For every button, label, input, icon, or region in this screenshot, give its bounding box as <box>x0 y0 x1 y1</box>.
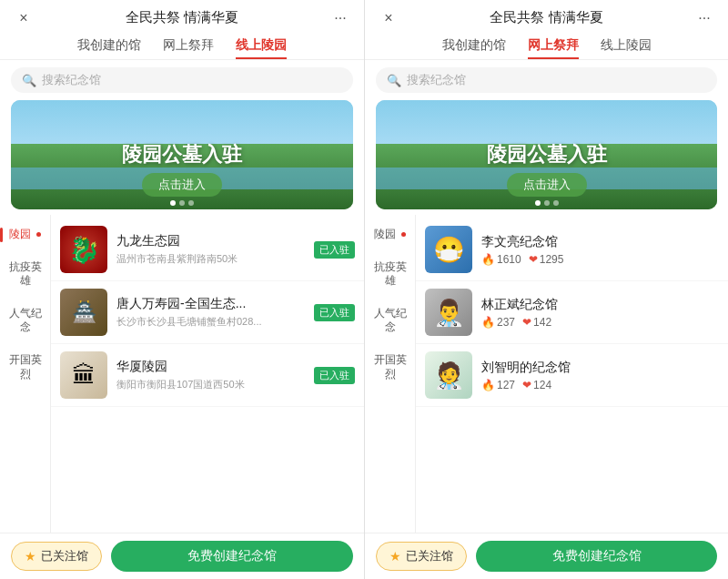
item-desc-2-left: 长沙市长沙县毛塘铺蟹鱼村028... <box>116 315 305 329</box>
panel-left: × 全民共祭 情满华夏 ··· 我创建的馆 网上祭拜 线上陵园 🔍 搜索纪念馆 … <box>0 0 364 579</box>
star-icon-left: ★ <box>25 549 36 564</box>
search-placeholder-right: 搜索纪念馆 <box>407 72 466 88</box>
more-icon-left[interactable]: ··· <box>329 10 351 26</box>
sidebar-item-hero-left[interactable]: 抗疫英雄 <box>0 251 50 298</box>
banner-right[interactable]: 陵园公墓入驻 点击进入 <box>376 100 717 209</box>
item-stats-2-right: 🔥 237 ❤ 142 <box>481 316 719 329</box>
title-right: 全民共祭 情满华夏 <box>399 9 693 26</box>
dot-1-left <box>170 200 176 206</box>
heart-icon-2: ❤ <box>522 316 531 329</box>
item-stats-3-right: 🔥 127 ❤ 124 <box>481 379 719 391</box>
list-item-2-left[interactable]: 🏯 唐人万寿园-全国生态... 长沙市长沙县毛塘铺蟹鱼村028... 已入驻 <box>51 281 364 344</box>
search-bar-right[interactable]: 🔍 搜索纪念馆 <box>376 67 717 93</box>
sidebar-item-cemetery-left[interactable]: 陵园 <box>0 218 50 251</box>
close-icon-left[interactable]: × <box>13 10 35 26</box>
bottom-bar-left: ★ 已关注馆 免费创建纪念馆 <box>0 533 364 579</box>
sidebar-right: 陵园 抗疫英雄 人气纪念 开国英烈 <box>365 215 416 533</box>
content-left: 陵园 抗疫英雄 人气纪念 开国英烈 🐉 九龙生态园 温州市苍南县紫荆路南50米 … <box>0 215 364 533</box>
sidebar-item-popular-left[interactable]: 人气纪念 <box>0 298 50 344</box>
search-bar-left[interactable]: 🔍 搜索纪念馆 <box>11 67 353 93</box>
dot-1-right <box>535 200 541 206</box>
sidebar-item-popular-right[interactable]: 人气纪念 <box>365 298 415 344</box>
tab-my-hall-left[interactable]: 我创建的馆 <box>77 37 141 59</box>
banner-dots-right <box>535 200 559 206</box>
item-name-3-left: 华厦陵园 <box>116 359 305 375</box>
item-info-3-left: 华厦陵园 衡阳市衡阳县107国道西50米 <box>116 359 305 391</box>
follow-label-right: 已关注馆 <box>406 548 453 564</box>
header-right: × 全民共祭 情满华夏 ··· <box>365 0 728 32</box>
item-name-1-right: 李文亮纪念馆 <box>481 234 719 250</box>
sidebar-left: 陵园 抗疫英雄 人气纪念 开国英烈 <box>0 215 51 533</box>
sidebar-item-martyr-right[interactable]: 开国英烈 <box>365 344 415 391</box>
list-item-2-right[interactable]: 👨‍⚕️ 林正斌纪念馆 🔥 237 ❤ 142 <box>416 281 728 344</box>
fire-count-1: 1610 <box>497 253 521 266</box>
heart-count-3: 124 <box>533 379 551 391</box>
close-icon-right[interactable]: × <box>378 10 399 26</box>
follow-button-right[interactable]: ★ 已关注馆 <box>376 542 467 571</box>
content-right: 陵园 抗疫英雄 人气纪念 开国英烈 😷 李文亮纪念馆 🔥 1610 <box>365 215 728 533</box>
banner-title-right: 陵园公墓入驻 <box>487 142 607 168</box>
banner-title-left: 陵园公墓入驻 <box>122 142 242 168</box>
item-stats-1-right: 🔥 1610 ❤ 1295 <box>481 253 719 266</box>
item-img-temple: 🏯 <box>60 289 107 336</box>
search-icon-left: 🔍 <box>22 74 36 87</box>
item-img-person2: 👨‍⚕️ <box>425 289 472 336</box>
dot-3-right <box>553 200 559 206</box>
list-item-1-right[interactable]: 😷 李文亮纪念馆 🔥 1610 ❤ 1295 <box>416 218 728 281</box>
title-left: 全民共祭 情满华夏 <box>35 9 329 26</box>
heart-stat-2: ❤ 142 <box>522 316 551 329</box>
create-button-left[interactable]: 免费创建纪念馆 <box>111 541 353 572</box>
fire-icon-2: 🔥 <box>481 316 495 329</box>
fire-count-2: 237 <box>497 316 515 329</box>
bottom-bar-right: ★ 已关注馆 免费创建纪念馆 <box>365 533 728 579</box>
item-name-3-right: 刘智明的纪念馆 <box>481 360 719 376</box>
heart-stat-3: ❤ 124 <box>522 379 551 391</box>
banner-button-right[interactable]: 点击进入 <box>507 173 587 197</box>
fire-icon-3: 🔥 <box>481 379 495 391</box>
item-desc-1-left: 温州市苍南县紫荆路南50米 <box>116 252 305 266</box>
item-info-3-right: 刘智明的纪念馆 🔥 127 ❤ 124 <box>481 360 719 391</box>
dot-2-right <box>544 200 550 206</box>
sidebar-dot-right <box>401 232 406 237</box>
panel-right: × 全民共祭 情满华夏 ··· 我创建的馆 网上祭拜 线上陵园 🔍 搜索纪念馆 … <box>364 0 728 579</box>
heart-stat-1: ❤ 1295 <box>529 253 564 266</box>
header-left: × 全民共祭 情满华夏 ··· <box>0 0 364 32</box>
list-item-3-left[interactable]: 🏛 华厦陵园 衡阳市衡阳县107国道西50米 已入驻 <box>51 344 364 407</box>
fire-count-3: 127 <box>497 379 515 391</box>
follow-label-left: 已关注馆 <box>41 548 88 564</box>
star-icon-right: ★ <box>389 549 401 564</box>
tab-worship-right[interactable]: 网上祭拜 <box>528 37 579 59</box>
item-img-person3: 🧑‍⚕️ <box>425 351 472 399</box>
item-name-1-left: 九龙生态园 <box>116 233 305 249</box>
badge-joined-1-left: 已入驻 <box>314 241 355 259</box>
badge-joined-3-left: 已入驻 <box>314 367 355 384</box>
tab-my-hall-right[interactable]: 我创建的馆 <box>442 37 506 59</box>
item-desc-3-left: 衡阳市衡阳县107国道西50米 <box>116 378 305 391</box>
more-icon-right[interactable]: ··· <box>693 10 715 26</box>
item-name-2-right: 林正斌纪念馆 <box>481 297 719 313</box>
fire-icon-1: 🔥 <box>481 253 495 266</box>
tab-worship-left[interactable]: 网上祭拜 <box>163 37 214 59</box>
item-name-2-left: 唐人万寿园-全国生态... <box>116 296 305 312</box>
sidebar-item-cemetery-right[interactable]: 陵园 <box>365 218 415 251</box>
create-button-right[interactable]: 免费创建纪念馆 <box>476 541 717 572</box>
fire-stat-1: 🔥 1610 <box>481 253 521 266</box>
banner-left[interactable]: 陵园公墓入驻 点击进入 <box>11 100 353 209</box>
sidebar-dot-left <box>36 232 41 237</box>
follow-button-left[interactable]: ★ 已关注馆 <box>11 542 102 571</box>
item-info-2-right: 林正斌纪念馆 🔥 237 ❤ 142 <box>481 297 719 329</box>
tab-cemetery-right[interactable]: 线上陵园 <box>601 37 652 59</box>
item-img-person1: 😷 <box>425 226 472 273</box>
dot-2-left <box>179 200 185 206</box>
fire-stat-3: 🔥 127 <box>481 379 515 391</box>
sidebar-item-hero-right[interactable]: 抗疫英雄 <box>365 251 415 298</box>
list-item-1-left[interactable]: 🐉 九龙生态园 温州市苍南县紫荆路南50米 已入驻 <box>51 218 364 281</box>
tab-cemetery-left[interactable]: 线上陵园 <box>236 37 287 59</box>
item-img-hall: 🏛 <box>60 351 107 399</box>
list-item-3-right[interactable]: 🧑‍⚕️ 刘智明的纪念馆 🔥 127 ❤ 124 <box>416 344 728 407</box>
sidebar-item-martyr-left[interactable]: 开国英烈 <box>0 344 50 391</box>
banner-button-left[interactable]: 点击进入 <box>142 173 222 197</box>
heart-count-1: 1295 <box>540 253 564 266</box>
item-info-1-right: 李文亮纪念馆 🔥 1610 ❤ 1295 <box>481 234 719 266</box>
dot-3-left <box>188 200 194 206</box>
